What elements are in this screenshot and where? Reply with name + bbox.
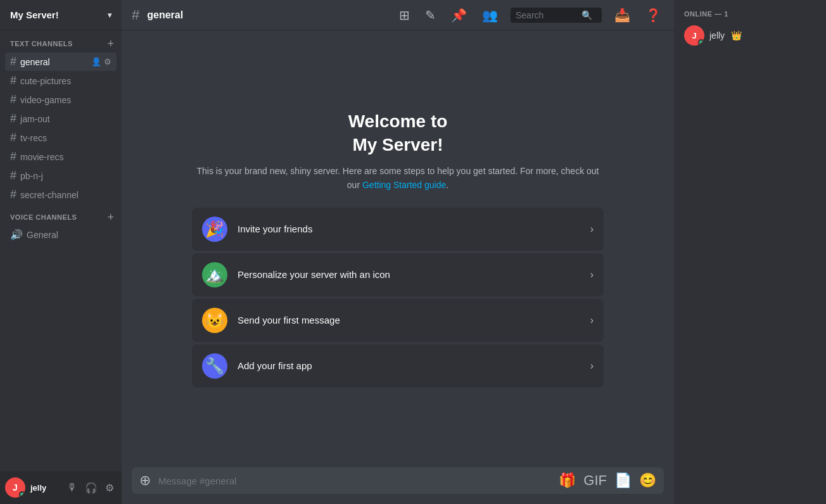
first-message-label: Send your first message xyxy=(238,315,590,325)
sticker-icon[interactable]: 📄 xyxy=(614,472,632,489)
text-channel-cute-pictures[interactable]: # cute-pictures xyxy=(5,72,117,90)
chevron-down-icon: ▾ xyxy=(108,11,111,20)
add-app-icon: 🔧 xyxy=(202,353,227,379)
voice-channel-general[interactable]: 🔊 General xyxy=(5,226,117,243)
text-channel-video-games[interactable]: # video-games xyxy=(5,91,117,109)
channel-name-video-games: video-games xyxy=(20,95,111,105)
message-add-button[interactable]: ⊕ xyxy=(137,467,153,494)
chevron-right-icon: › xyxy=(590,224,594,235)
channel-name-general: general xyxy=(20,57,91,67)
user-info: jelly xyxy=(30,483,60,493)
personalize-icon: 🏔️ xyxy=(202,262,227,287)
first-message-icon: 😺 xyxy=(202,308,227,333)
text-channel-general[interactable]: # general 👤 ⚙ xyxy=(5,53,117,71)
avatar: J xyxy=(5,477,25,498)
text-channels-header[interactable]: TEXT CHANNELS + xyxy=(0,35,122,52)
invite-icon: 🎉 xyxy=(202,217,227,242)
crown-badge: 👑 xyxy=(731,30,742,41)
channel-list: TEXT CHANNELS + # general 👤 ⚙ # cute-pic… xyxy=(0,30,122,471)
main-content: # general ⊞ ✎ 📌 👥 🔍 📥 ❓ Welcome toMy Ser… xyxy=(122,0,674,504)
member-list-icon[interactable]: 👥 xyxy=(480,5,500,25)
message-bar: ⊕ 🎁 GIF 📄 😊 xyxy=(122,467,674,504)
app-container: My Server! ▾ TEXT CHANNELS + # general 👤… xyxy=(0,0,826,504)
voice-channel-name-general: General xyxy=(27,230,111,240)
text-channels-label: TEXT CHANNELS xyxy=(10,40,73,47)
add-voice-channel-button[interactable]: + xyxy=(105,211,117,223)
hash-icon: # xyxy=(10,93,16,106)
channel-name-secret-channel: secret-channel xyxy=(20,190,111,200)
user-settings-button[interactable]: ⚙ xyxy=(103,479,117,496)
voice-icon: 🔊 xyxy=(10,229,23,241)
chevron-right-icon: › xyxy=(590,315,594,326)
add-text-channel-button[interactable]: + xyxy=(105,38,117,49)
server-header[interactable]: My Server! ▾ xyxy=(0,0,122,30)
user-controls: 🎙 🎧 ⚙ xyxy=(65,479,117,496)
welcome-title: Welcome toMy Server! xyxy=(192,110,604,156)
channel-name-tv-recs: tv-recs xyxy=(20,133,111,143)
topbar-channel-name: general xyxy=(147,9,183,21)
username: jelly xyxy=(30,483,60,493)
search-input[interactable] xyxy=(516,10,579,20)
channel-name-movie-recs: movie-recs xyxy=(20,152,111,162)
search-icon: 🔍 xyxy=(581,10,592,20)
mute-button[interactable]: 🎙 xyxy=(65,479,80,496)
message-tools: 🎁 GIF 📄 😊 xyxy=(559,472,659,489)
chat-area: Welcome toMy Server! This is your brand … xyxy=(122,30,674,467)
text-channel-jam-out[interactable]: # jam-out xyxy=(5,110,117,128)
add-app-label: Add your first app xyxy=(238,360,590,371)
hash-icon: # xyxy=(10,188,16,201)
channel-name-jam-out: jam-out xyxy=(20,114,111,124)
member-name-jelly: jelly xyxy=(709,30,725,41)
notification-settings-icon[interactable]: ✎ xyxy=(423,5,438,25)
action-card-add-app[interactable]: 🔧 Add your first app › xyxy=(192,344,604,387)
message-input-wrapper: ⊕ 🎁 GIF 📄 😊 xyxy=(132,467,664,494)
action-card-personalize[interactable]: 🏔️ Personalize your server with an icon … xyxy=(192,253,604,296)
getting-started-link[interactable]: Getting Started guide xyxy=(362,180,446,190)
topbar-actions: ⊞ ✎ 📌 👥 🔍 📥 ❓ xyxy=(397,5,664,25)
gift-icon[interactable]: 🎁 xyxy=(559,472,576,489)
emoji-icon[interactable]: 😊 xyxy=(639,472,656,489)
welcome-card: Welcome toMy Server! This is your brand … xyxy=(192,110,604,387)
chevron-right-icon: › xyxy=(590,269,594,280)
member-item-jelly[interactable]: J jelly 👑 xyxy=(679,23,821,48)
channel-action-icons: 👤 ⚙ xyxy=(91,57,111,66)
action-card-invite[interactable]: 🎉 Invite your friends › xyxy=(192,208,604,251)
gif-icon[interactable]: GIF xyxy=(583,472,607,489)
action-card-first-message[interactable]: 😺 Send your first message › xyxy=(192,299,604,342)
settings-icon[interactable]: ⚙ xyxy=(104,57,111,66)
personalize-label: Personalize your server with an icon xyxy=(238,269,590,280)
voice-channels-label: VOICE CHANNELS xyxy=(10,213,77,221)
text-channel-tv-recs[interactable]: # tv-recs xyxy=(5,129,117,147)
add-member-icon[interactable]: 👤 xyxy=(91,57,101,66)
invite-label: Invite your friends xyxy=(238,224,590,234)
voice-channels-section: VOICE CHANNELS + 🔊 General xyxy=(0,209,122,243)
hash-icon: # xyxy=(10,55,16,68)
hash-icon: # xyxy=(10,112,16,125)
welcome-subtitle: This is your brand new, shiny server. He… xyxy=(192,164,604,192)
deafen-button[interactable]: 🎧 xyxy=(82,479,100,496)
action-cards: 🎉 Invite your friends › 🏔️ Personalize y… xyxy=(192,208,604,387)
voice-channels-header[interactable]: VOICE CHANNELS + xyxy=(0,209,122,225)
inbox-icon[interactable]: 📥 xyxy=(612,5,633,25)
text-channels-section: TEXT CHANNELS + # general 👤 ⚙ # cute-pic… xyxy=(0,35,122,204)
message-input[interactable] xyxy=(158,469,554,493)
channel-sidebar: My Server! ▾ TEXT CHANNELS + # general 👤… xyxy=(0,0,122,504)
online-status-dot xyxy=(19,491,25,498)
help-icon[interactable]: ❓ xyxy=(643,5,664,25)
channel-name-cute-pictures: cute-pictures xyxy=(20,76,111,86)
pinned-messages-icon[interactable]: 📌 xyxy=(448,5,469,25)
text-channel-pb-n-j[interactable]: # pb-n-j xyxy=(5,167,117,185)
topbar-hash-icon: # xyxy=(132,7,139,23)
right-sidebar: ONLINE — 1 J jelly 👑 xyxy=(674,0,826,504)
online-header: ONLINE — 1 xyxy=(679,10,821,18)
hash-icon: # xyxy=(10,74,16,87)
user-panel: J jelly 🎙 🎧 ⚙ xyxy=(0,471,122,504)
text-channel-secret-channel[interactable]: # secret-channel xyxy=(5,186,117,204)
hash-icon: # xyxy=(10,131,16,144)
add-thread-icon[interactable]: ⊞ xyxy=(397,5,412,25)
topbar: # general ⊞ ✎ 📌 👥 🔍 📥 ❓ xyxy=(122,0,674,30)
avatar: J xyxy=(684,25,704,46)
text-channel-movie-recs[interactable]: # movie-recs xyxy=(5,148,117,166)
server-name: My Server! xyxy=(10,9,59,20)
topbar-search-box[interactable]: 🔍 xyxy=(511,8,602,23)
